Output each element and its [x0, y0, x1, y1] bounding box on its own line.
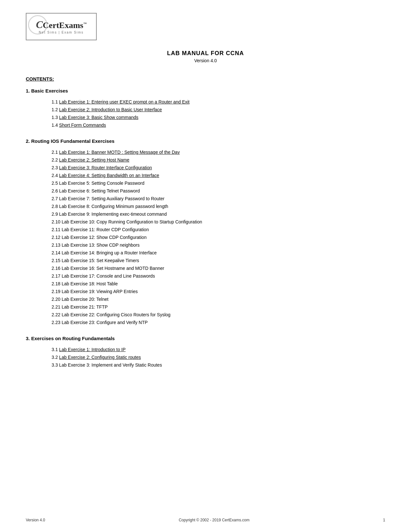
list-item: 2.11 Lab Exercise 11: Router CDP Configu…: [52, 226, 385, 233]
item-num: 2.15: [52, 258, 60, 263]
item-num: 2.20: [52, 297, 60, 302]
list-item: 2.7 Lab Exercise 7: Setting Auxiliary Pa…: [52, 195, 385, 202]
item-num: 2.2: [52, 157, 58, 163]
logo-tagline: Net Sims | Exam Sims: [39, 31, 83, 34]
section-3-items: 3.1 Lab Exercise 1: Introduction to IP 3…: [52, 346, 385, 369]
item-text: Lab Exercise 16: Set Hostname and MOTD B…: [62, 266, 164, 271]
item-text: Lab Exercise 8: Configuring Minimum pass…: [59, 204, 168, 209]
list-item: 1.4 Short Form Commands: [52, 122, 385, 129]
list-item: 2.14 Lab Exercise 14: Bringing up a Rout…: [52, 250, 385, 256]
list-item: 2.3 Lab Exercise 3: Router Interface Con…: [52, 164, 385, 171]
list-item: 3.2 Lab Exercise 2: Configuring Static r…: [52, 354, 385, 361]
item-link[interactable]: Lab Exercise 1: Entering user EXEC promp…: [59, 99, 190, 104]
item-link[interactable]: Lab Exercise 1: Introduction to IP: [59, 347, 125, 352]
item-num: 2.5: [52, 181, 58, 186]
item-text: Lab Exercise 5: Setting Console Password: [59, 181, 144, 186]
item-text: Lab Exercise 3: Implement and Verify Sta…: [59, 362, 162, 368]
list-item: 2.6 Lab Exercise 6: Setting Telnet Passw…: [52, 188, 385, 194]
item-text: Lab Exercise 20: Telnet: [62, 297, 108, 302]
footer-copyright: Copyright © 2002 - 2019 CertExams.com: [179, 518, 250, 522]
item-text: Lab Exercise 18: Host Table: [62, 281, 118, 286]
list-item: 3.1 Lab Exercise 1: Introduction to IP: [52, 346, 385, 353]
item-link[interactable]: Lab Exercise 3: Router Interface Configu…: [59, 165, 152, 170]
toc-section-1: 1. Basic Exercises 1.1 Lab Exercise 1: E…: [26, 88, 385, 129]
item-text: Lab Exercise 13: Show CDP neighbors: [62, 242, 140, 248]
list-item: 1.2 Lab Exercise 2: Introduction to Basi…: [52, 106, 385, 113]
item-link[interactable]: Lab Exercise 3: Basic Show commands: [59, 115, 138, 120]
item-link[interactable]: Lab Exercise 4: Setting Bandwidth on an …: [59, 173, 159, 178]
logo-tm: ™: [83, 22, 86, 25]
item-num: 2.11: [52, 227, 60, 232]
section-3-heading: 3. Exercises on Routing Fundamentals: [26, 336, 385, 341]
item-num: 2.23: [52, 320, 60, 325]
list-item: 1.3 Lab Exercise 3: Basic Show commands: [52, 114, 385, 121]
list-item: 3.3 Lab Exercise 3: Implement and Verify…: [52, 362, 385, 369]
list-item: 2.5 Lab Exercise 5: Setting Console Pass…: [52, 180, 385, 187]
item-num: 2.3: [52, 165, 58, 170]
item-num: 2.13: [52, 242, 60, 248]
list-item: 2.21 Lab Exercise 21: TFTP: [52, 304, 385, 310]
item-link[interactable]: Lab Exercise 2: Configuring Static route…: [59, 355, 141, 360]
item-num: 2.10: [52, 219, 60, 224]
list-item: 2.1 Lab Exercise 1: Banner MOTD : Settin…: [52, 149, 385, 156]
section-1-heading: 1. Basic Exercises: [26, 88, 385, 94]
item-num: 1.3: [52, 115, 58, 120]
list-item: 2.18 Lab Exercise 18: Host Table: [52, 281, 385, 287]
item-text: Lab Exercise 23: Configure and Verify NT…: [62, 320, 148, 325]
item-text: Lab Exercise 9: Implementing exec-timeou…: [59, 212, 167, 217]
list-item: 2.12 Lab Exercise 12: Show CDP Configura…: [52, 234, 385, 241]
item-num: 2.16: [52, 266, 60, 271]
contents-section: CONTENTS: 1. Basic Exercises 1.1 Lab Exe…: [26, 76, 385, 369]
page-title: LAB MANUAL FOR CCNA: [26, 50, 385, 57]
logo-ertexams: CertExams: [43, 21, 83, 30]
item-link[interactable]: Lab Exercise 2: Introduction to Basic Us…: [59, 107, 162, 112]
item-num: 2.8: [52, 204, 58, 209]
list-item: 1.1 Lab Exercise 1: Entering user EXEC p…: [52, 99, 385, 105]
section-2-heading: 2. Routing IOS Fundamental Exercises: [26, 138, 385, 144]
item-text: Lab Exercise 21: TFTP: [62, 304, 108, 310]
section-1-items: 1.1 Lab Exercise 1: Entering user EXEC p…: [52, 99, 385, 129]
list-item: 2.9 Lab Exercise 9: Implementing exec-ti…: [52, 211, 385, 218]
item-num: 1.2: [52, 107, 58, 112]
item-text: Lab Exercise 12: Show CDP Configuration: [62, 235, 147, 240]
item-num: 2.7: [52, 196, 58, 201]
item-text: Lab Exercise 10: Copy Running Configurat…: [62, 219, 202, 224]
item-num: 2.18: [52, 281, 60, 286]
list-item: 2.19 Lab Exercise 19: Viewing ARP Entrie…: [52, 288, 385, 295]
list-item: 2.16 Lab Exercise 16: Set Hostname and M…: [52, 265, 385, 272]
item-text: Lab Exercise 14: Bringing up a Router In…: [62, 250, 157, 255]
item-num: 2.19: [52, 289, 60, 294]
item-link[interactable]: Lab Exercise 2: Setting Host Name: [59, 157, 129, 163]
item-num: 2.1: [52, 150, 58, 155]
list-item: 2.17 Lab Exercise 17: Console and Line P…: [52, 273, 385, 280]
toc-section-2: 2. Routing IOS Fundamental Exercises 2.1…: [26, 138, 385, 326]
list-item: 2.2 Lab Exercise 2: Setting Host Name: [52, 157, 385, 163]
item-num: 1.4: [52, 123, 58, 128]
page-footer: Version 4.0 Copyright © 2002 - 2019 Cert…: [26, 518, 385, 522]
logo-circle-decoration: [28, 15, 47, 34]
item-text: Lab Exercise 11: Router CDP Configuratio…: [62, 227, 149, 232]
item-text: Lab Exercise 7: Setting Auxiliary Passwo…: [59, 196, 164, 201]
logo-container: CCertExams™ Net Sims | Exam Sims: [26, 13, 97, 40]
logo-area: CCertExams™ Net Sims | Exam Sims: [26, 13, 385, 40]
page: CCertExams™ Net Sims | Exam Sims LAB MAN…: [0, 0, 411, 532]
item-num: 3.2: [52, 355, 58, 360]
item-text: Lab Exercise 22: Configuring Cisco Route…: [62, 312, 171, 317]
list-item: 2.23 Lab Exercise 23: Configure and Veri…: [52, 319, 385, 326]
item-num: 1.1: [52, 99, 58, 104]
item-link[interactable]: Lab Exercise 1: Banner MOTD : Setting Me…: [59, 150, 180, 155]
item-text: Lab Exercise 15: Set Keepalive Timers: [62, 258, 139, 263]
list-item: 2.10 Lab Exercise 10: Copy Running Confi…: [52, 219, 385, 225]
item-link[interactable]: Short Form Commands: [59, 123, 106, 128]
item-num: 2.6: [52, 188, 58, 193]
item-num: 3.3: [52, 362, 58, 368]
footer-page-number: 1: [383, 518, 385, 522]
item-num: 2.14: [52, 250, 60, 255]
item-num: 2.12: [52, 235, 60, 240]
page-version-header: Version 4.0: [26, 58, 385, 63]
item-num: 2.21: [52, 304, 60, 310]
item-text: Lab Exercise 17: Console and Line Passwo…: [62, 273, 155, 279]
list-item: 2.20 Lab Exercise 20: Telnet: [52, 296, 385, 303]
contents-heading: CONTENTS:: [26, 76, 385, 82]
section-2-items: 2.1 Lab Exercise 1: Banner MOTD : Settin…: [52, 149, 385, 326]
